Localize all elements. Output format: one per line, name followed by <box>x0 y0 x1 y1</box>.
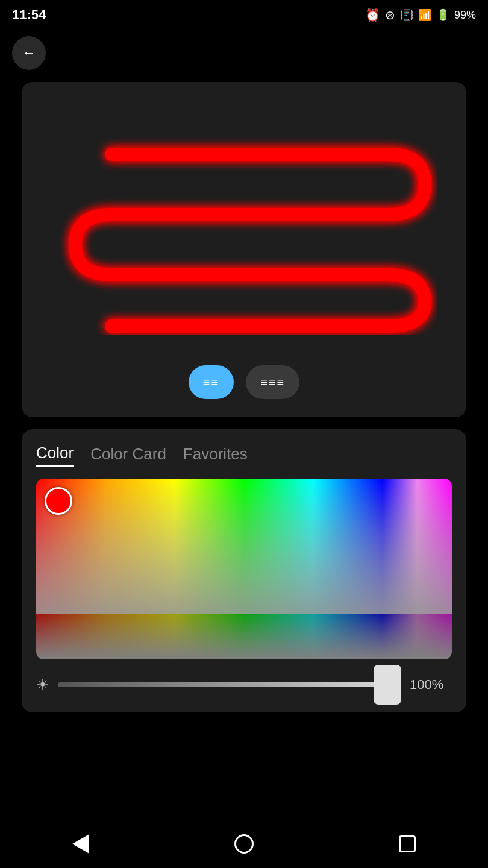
brightness-row: ☀ 100% <box>36 659 452 712</box>
battery-icon: 🔋 <box>436 8 449 22</box>
vibrate-icon: 📳 <box>400 8 413 22</box>
brightness-icon: ☀ <box>36 676 49 693</box>
nav-back-icon <box>72 834 89 854</box>
led-display <box>34 100 454 353</box>
color-tabs: Color Color Card Favorites <box>36 444 452 467</box>
color-gradient[interactable] <box>36 479 452 659</box>
tab-color[interactable]: Color <box>36 444 74 467</box>
style-button-1[interactable]: ≡≡ <box>189 365 234 399</box>
wifi-icon: 📶 <box>418 8 431 22</box>
alarm-icon: ⏰ <box>365 8 380 22</box>
nav-recents-icon <box>399 835 416 852</box>
tab-favorites[interactable]: Favorites <box>183 444 248 467</box>
style-button-2[interactable]: ≡≡≡ <box>246 365 299 399</box>
back-button[interactable]: ← <box>12 36 46 70</box>
nav-home-button[interactable] <box>234 834 254 854</box>
nav-home-icon <box>234 834 254 854</box>
status-icons: ⏰ ⊛ 📳 📶 🔋 99% <box>365 8 476 22</box>
tab-color-card[interactable]: Color Card <box>90 444 166 467</box>
status-time: 11:54 <box>12 7 46 23</box>
style-buttons: ≡≡ ≡≡≡ <box>189 365 299 399</box>
style-2-icon: ≡≡≡ <box>260 376 285 389</box>
brightness-thumb[interactable] <box>374 665 401 705</box>
nav-back-button[interactable] <box>72 834 89 854</box>
led-card: ≡≡ ≡≡≡ <box>22 82 466 417</box>
brightness-slider-wrap[interactable] <box>58 671 401 698</box>
at-icon: ⊛ <box>385 8 395 22</box>
color-panel: Color Color Card Favorites ☀ 100% <box>22 429 466 712</box>
color-selector-dot[interactable] <box>45 487 72 515</box>
brightness-value: 100% <box>410 677 452 693</box>
nav-bar <box>0 820 488 868</box>
led-animation-svg <box>51 118 437 335</box>
style-1-icon: ≡≡ <box>203 376 219 389</box>
battery-percentage: 99% <box>454 9 476 22</box>
status-bar: 11:54 ⏰ ⊛ 📳 📶 🔋 99% <box>0 0 488 30</box>
back-button-area: ← <box>0 30 488 76</box>
color-picker-area[interactable] <box>36 479 452 659</box>
nav-recents-button[interactable] <box>399 835 416 852</box>
brightness-track <box>58 682 401 687</box>
back-arrow-icon: ← <box>22 45 36 61</box>
